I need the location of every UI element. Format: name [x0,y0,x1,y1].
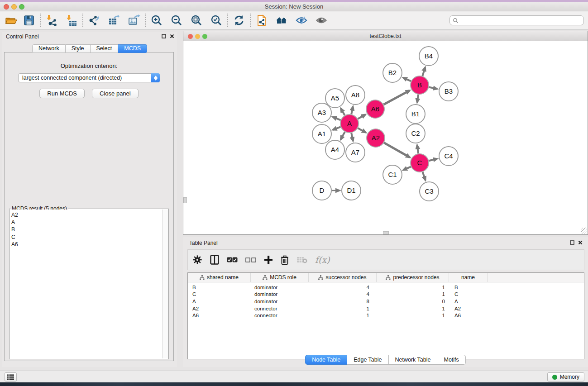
export-image-button[interactable] [127,13,141,28]
edge-A-A1[interactable] [333,127,340,129]
search-input[interactable] [459,17,583,24]
edge-A-A3[interactable] [333,117,340,120]
show-graphics-details-button[interactable] [314,13,329,28]
open-network-file-button[interactable] [254,13,269,28]
node-C3[interactable]: C3 [420,182,439,201]
memory-button[interactable]: Memory [547,372,584,381]
tab-select[interactable]: Select [91,44,119,53]
tab-edge-table[interactable]: Edge Table [347,355,388,365]
criterion-select[interactable]: largest connected component (directed) [18,73,160,82]
float-panel-icon[interactable] [570,240,574,245]
node-A1[interactable]: A1 [312,124,331,143]
search-field[interactable] [449,15,584,25]
save-session-button[interactable] [22,13,36,28]
delete-row-button[interactable] [281,255,289,265]
edge-A2-C[interactable] [384,143,410,157]
table-row[interactable]: Cdominator41C [188,291,584,298]
node-C4[interactable]: C4 [439,147,458,166]
edge-A-A6[interactable] [358,114,365,119]
edge-A-A4[interactable] [341,132,345,139]
edge-C-C2[interactable] [417,145,419,153]
column-header-successor-nodes[interactable]: successor nodes [309,273,377,282]
node-A8[interactable]: A8 [346,86,365,105]
node-A[interactable]: A [340,114,359,133]
tab-node-table[interactable]: Node Table [305,355,347,365]
node-A3[interactable]: A3 [312,103,331,122]
node-A7[interactable]: A7 [346,143,365,162]
table-row[interactable]: A2connector11A2 [188,305,584,312]
node-A6[interactable]: A6 [366,100,384,118]
edge-A6-B[interactable] [384,91,410,105]
close-panel-button[interactable]: Close panel [92,89,139,98]
zoom-fit-button[interactable] [189,13,204,28]
table-row[interactable]: Adominator80A [188,298,584,305]
refresh-view-button[interactable] [232,13,246,28]
open-session-button[interactable] [4,13,18,28]
column-header-MCDS-role[interactable]: MCDS role [251,273,309,282]
node-B[interactable]: B [411,76,429,94]
select-all-button[interactable] [227,257,238,262]
result-item[interactable]: C [11,234,162,241]
edge-A-A7[interactable] [351,133,353,141]
node-D1[interactable]: D1 [342,181,361,200]
column-header-shared-name[interactable]: shared name [188,273,251,282]
result-item[interactable]: B [11,226,162,233]
zoom-selected-button[interactable] [209,13,224,28]
node-B4[interactable]: B4 [419,47,438,66]
tab-mcds[interactable]: MCDS [118,44,147,53]
column-header-predecessor-nodes[interactable]: predecessor nodes [377,273,449,282]
node-A2[interactable]: A2 [367,129,385,147]
node-C2[interactable]: C2 [406,124,425,143]
result-scrollbar[interactable] [162,210,168,358]
edge-A-A8[interactable] [351,107,353,114]
home-button[interactable] [274,13,289,28]
edge-A-A2[interactable] [358,128,366,133]
node-C1[interactable]: C1 [383,165,402,184]
table-settings-button[interactable] [192,255,202,265]
node-B2[interactable]: B2 [383,63,402,82]
tab-motifs[interactable]: Motifs [437,355,465,365]
delete-table-button[interactable] [296,256,307,263]
edge-C-C4[interactable] [429,159,437,161]
task-history-button[interactable] [5,372,17,381]
zoom-in-button[interactable] [149,13,164,28]
column-header-name[interactable]: name [449,273,488,282]
node-A4[interactable]: A4 [325,140,344,159]
run-mcds-button[interactable]: Run MCDS [39,89,85,98]
close-panel-icon[interactable] [170,34,174,38]
node-B3[interactable]: B3 [439,82,458,101]
hide-labels-button[interactable] [294,13,309,28]
edge-B-B2[interactable] [403,78,411,81]
node-A5[interactable]: A5 [325,89,344,108]
unselect-all-button[interactable] [245,257,256,262]
network-canvas[interactable]: AA1A2A3A4A5A6A7A8BB1B2B3B4CC1C2C3C4DD1 [183,41,588,234]
resize-grip[interactable] [581,228,587,234]
tab-network-table[interactable]: Network Table [389,355,438,365]
result-item[interactable]: A2 [11,211,162,219]
edge-B-B4[interactable] [422,67,425,76]
import-table-button[interactable] [64,13,79,28]
import-network-button[interactable] [44,13,59,28]
show-columns-button[interactable] [210,255,219,265]
float-panel-icon[interactable] [162,34,166,38]
table-row[interactable]: Bdominator41B [188,284,584,291]
zoom-out-button[interactable] [169,13,184,28]
edge-C-C1[interactable] [403,167,411,170]
export-network-button[interactable] [87,13,101,28]
edge-B-B3[interactable] [429,87,437,89]
result-item[interactable]: A [11,219,162,226]
vertical-scrollbar-thumb[interactable] [183,197,187,203]
export-table-button[interactable] [107,13,121,28]
node-D[interactable]: D [312,181,331,200]
edge-B-B1[interactable] [417,95,419,103]
mcds-result-list[interactable]: A2ABCA6 [10,210,162,358]
tab-network[interactable]: Network [32,44,66,53]
node-B1[interactable]: B1 [406,105,425,124]
add-row-button[interactable] [264,255,273,264]
edge-A-A5[interactable] [341,109,345,115]
tab-style[interactable]: Style [66,44,91,53]
function-builder-button[interactable]: f(x) [315,255,330,265]
horizontal-scrollbar-thumb[interactable] [383,231,389,234]
table-row[interactable]: A6connector11A6 [188,312,584,319]
edge-C-C3[interactable] [423,172,425,180]
